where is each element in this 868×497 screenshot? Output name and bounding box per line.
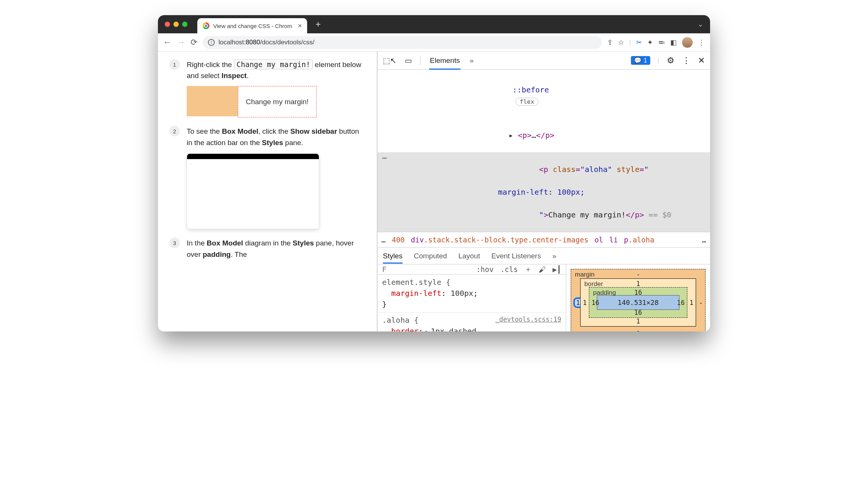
styles-filter-bar: :hov .cls ＋ 🖌 ▶┃ — [378, 264, 566, 275]
margin-right[interactable]: - — [699, 299, 703, 306]
site-info-icon[interactable]: i — [208, 39, 215, 46]
styles-tabbar: Styles Computed Layout Event Listeners » — [378, 248, 710, 264]
show-sidebar-button[interactable]: ▶┃ — [553, 265, 561, 274]
doc-page: 1 Right-click the Change my margin! elem… — [158, 52, 378, 331]
new-tab-button[interactable]: + — [315, 19, 321, 30]
close-devtools-icon[interactable]: ✕ — [698, 56, 705, 66]
tab-more[interactable]: » — [469, 52, 475, 69]
step-3: 3 In the Box Model diagram in the Styles… — [169, 238, 365, 260]
selected-dom-node[interactable]: ⋯ <p class="aloha" style=" margin-left: … — [378, 152, 710, 232]
rule-element-style[interactable]: element.style { margin-left: 100px; } — [378, 275, 566, 313]
kebab-menu-icon[interactable]: ⋮ — [682, 56, 690, 66]
margin-bottom[interactable]: - — [636, 327, 640, 331]
back-button[interactable]: ← — [163, 38, 172, 47]
bookmark-icon[interactable]: ☆ — [618, 38, 624, 47]
example-box: Change my margin! — [187, 86, 365, 117]
step-1: 1 Right-click the Change my margin! elem… — [169, 59, 365, 117]
chrome-menu-button[interactable]: ⋮ — [698, 38, 705, 47]
inspect-icon[interactable]: ⬚↖ — [383, 56, 397, 65]
tab-computed[interactable]: Computed — [414, 252, 447, 260]
tabs-dropdown-button[interactable]: ⌄ — [698, 20, 703, 28]
border-top[interactable]: 1 — [636, 280, 640, 288]
border-right[interactable]: 1 — [690, 299, 693, 306]
zoom-window-button[interactable] — [182, 22, 187, 27]
devtools-toolbar: ⬚↖ ▭ Elements » 💬 1 | ⚙ ⋮ ✕ — [378, 52, 710, 70]
margin-highlight — [187, 86, 238, 116]
tab-elements[interactable]: Elements — [429, 52, 461, 69]
issues-button[interactable]: 💬 1 — [631, 56, 650, 65]
source-link[interactable]: _devtools.scss:19 — [495, 315, 561, 324]
window-titlebar: View and change CSS - Chrom × + ⌄ — [158, 15, 710, 33]
padding-top[interactable]: 16 — [634, 289, 642, 296]
browser-tab[interactable]: View and change CSS - Chrom × — [197, 18, 307, 33]
cls-toggle[interactable]: .cls — [500, 265, 518, 274]
side-panel-icon[interactable]: ◧ — [670, 38, 677, 47]
forward-button[interactable]: → — [177, 38, 185, 47]
step-2: 2 To see the Box Model, click the Show s… — [169, 126, 365, 229]
border-left[interactable]: 1 — [583, 299, 587, 306]
devtools-panel: ⬚↖ ▭ Elements » 💬 1 | ⚙ ⋮ ✕ ::before fle… — [378, 52, 710, 331]
address-bar[interactable]: i localhost:8080/docs/devtools/css/ — [203, 36, 602, 49]
tab-more[interactable]: » — [552, 252, 556, 260]
rule-aloha[interactable]: _devtools.scss:19 .aloha { border:▸1px d… — [378, 313, 566, 331]
reload-button[interactable]: ⟳ — [190, 38, 197, 47]
box-model-diagram[interactable]: margin - - - 100 border 1 1 1 1 padding … — [566, 264, 710, 331]
styles-pane: :hov .cls ＋ 🖌 ▶┃ element.style { margin-… — [378, 264, 566, 331]
tab-listeners[interactable]: Event Listeners — [491, 252, 541, 260]
tab-layout[interactable]: Layout — [458, 252, 480, 260]
hov-toggle[interactable]: :hov — [476, 265, 494, 274]
margin-top[interactable]: - — [636, 270, 640, 278]
close-tab-button[interactable]: × — [298, 22, 302, 30]
change-margin-element[interactable]: Change my margin! — [238, 86, 317, 117]
dom-tree[interactable]: ::before flex ▸ <p>…</p> ⋯ <p class="alo… — [378, 70, 710, 232]
device-toggle-icon[interactable]: ▭ — [405, 56, 412, 65]
profile-avatar[interactable] — [682, 37, 693, 48]
scissors-icon[interactable]: ✂ — [636, 38, 642, 47]
screenshot-thumbnail: … — [187, 153, 319, 229]
paint-icon[interactable]: 🖌 — [539, 265, 546, 274]
reveal-icon[interactable]: ⋯ — [378, 152, 392, 232]
padding-bottom[interactable]: 16 — [634, 309, 642, 316]
inline-code: Change my margin! — [234, 59, 313, 69]
reading-list-icon[interactable]: ≕ — [658, 38, 665, 47]
step-number: 3 — [169, 238, 180, 248]
step-number: 1 — [169, 59, 180, 70]
window-controls — [165, 22, 187, 27]
border-bottom[interactable]: 1 — [636, 317, 640, 325]
padding-right[interactable]: 16 — [677, 299, 685, 306]
pseudo-before[interactable]: ::before — [512, 85, 549, 94]
tab-styles[interactable]: Styles — [383, 252, 403, 260]
padding-left[interactable]: 16 — [592, 299, 599, 306]
close-window-button[interactable] — [165, 22, 170, 27]
share-icon[interactable]: ⇪ — [607, 38, 613, 47]
new-rule-button[interactable]: ＋ — [525, 264, 532, 274]
step-number: 2 — [169, 126, 180, 136]
browser-toolbar: ← → ⟳ i localhost:8080/docs/devtools/css… — [158, 33, 710, 52]
content-size[interactable]: 140.531×28 — [597, 295, 679, 310]
flex-badge[interactable]: flex — [515, 98, 539, 106]
extensions-icon[interactable]: ✦ — [647, 38, 653, 47]
url-host: localhost:8080/docs/devtools/css/ — [219, 39, 314, 46]
settings-icon[interactable]: ⚙ — [667, 56, 674, 66]
chrome-icon — [203, 22, 209, 29]
tab-title: View and change CSS - Chrom — [213, 23, 294, 29]
filter-input[interactable] — [382, 265, 405, 274]
dom-breadcrumb[interactable]: … 400 div.stack.stack--block.type.center… — [378, 232, 710, 248]
minimize-window-button[interactable] — [173, 22, 179, 27]
